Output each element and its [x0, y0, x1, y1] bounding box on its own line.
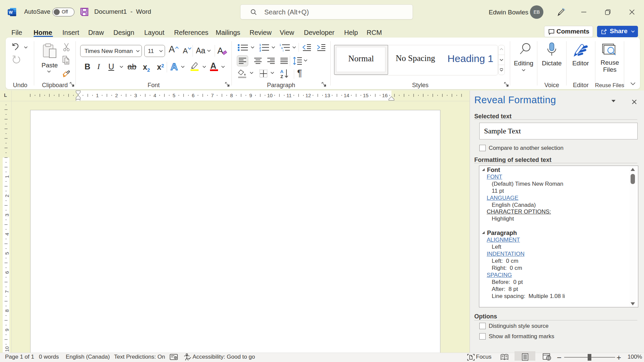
- svg-text:6: 6: [4, 271, 9, 274]
- svg-text:A: A: [170, 61, 178, 71]
- svg-text:1: 1: [96, 93, 99, 98]
- svg-text:4: 4: [4, 233, 9, 235]
- svg-text:8: 8: [4, 309, 9, 312]
- svg-text:A: A: [280, 69, 283, 74]
- svg-text:7: 7: [4, 290, 9, 293]
- svg-text:13: 13: [325, 93, 330, 98]
- svg-text:11: 11: [286, 93, 292, 98]
- svg-text:W: W: [9, 10, 13, 15]
- svg-text:3: 3: [134, 93, 137, 98]
- svg-text:10: 10: [4, 346, 9, 352]
- svg-text:3: 3: [259, 49, 261, 52]
- svg-text:2: 2: [4, 194, 9, 197]
- svg-text:9: 9: [4, 328, 9, 331]
- svg-text:8: 8: [230, 93, 233, 98]
- svg-text:15: 15: [363, 93, 369, 98]
- svg-text:3: 3: [4, 214, 9, 216]
- svg-text:12: 12: [305, 93, 311, 98]
- svg-text:6: 6: [192, 93, 195, 98]
- svg-text:Z: Z: [280, 74, 283, 79]
- svg-text:9: 9: [249, 93, 252, 98]
- svg-text:1: 1: [4, 175, 9, 178]
- svg-text:2: 2: [115, 93, 118, 98]
- svg-text:5: 5: [173, 93, 175, 98]
- svg-text:7: 7: [211, 93, 214, 98]
- svg-text:14: 14: [344, 93, 350, 98]
- svg-text:i: i: [283, 49, 283, 52]
- svg-text:16: 16: [382, 93, 388, 98]
- svg-text:10: 10: [267, 93, 273, 98]
- svg-text:5: 5: [4, 252, 9, 255]
- svg-text:4: 4: [153, 93, 156, 98]
